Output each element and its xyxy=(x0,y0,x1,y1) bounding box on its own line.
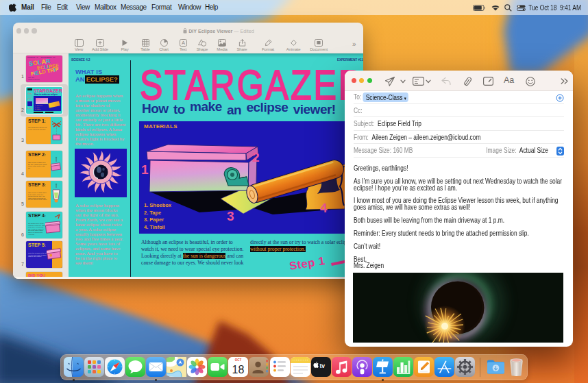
svg-text:3. Paper: 3. Paper xyxy=(144,217,164,223)
svg-text:1. Shoebox: 1. Shoebox xyxy=(144,202,172,208)
svg-text:2: 2 xyxy=(252,150,260,164)
svg-text:tv: tv xyxy=(320,362,326,369)
svg-text:OCT: OCT xyxy=(235,358,242,362)
svg-text:4. Tinfoil: 4. Tinfoil xyxy=(144,224,165,230)
svg-text:18: 18 xyxy=(232,364,245,375)
svg-text:3: 3 xyxy=(227,209,234,223)
svg-text:2. Tape: 2. Tape xyxy=(144,210,161,216)
svg-text:1: 1 xyxy=(141,162,149,177)
svg-text:4: 4 xyxy=(320,201,328,215)
svg-text:MATERIALS: MATERIALS xyxy=(144,123,177,129)
svg-text:A: A xyxy=(182,40,185,46)
